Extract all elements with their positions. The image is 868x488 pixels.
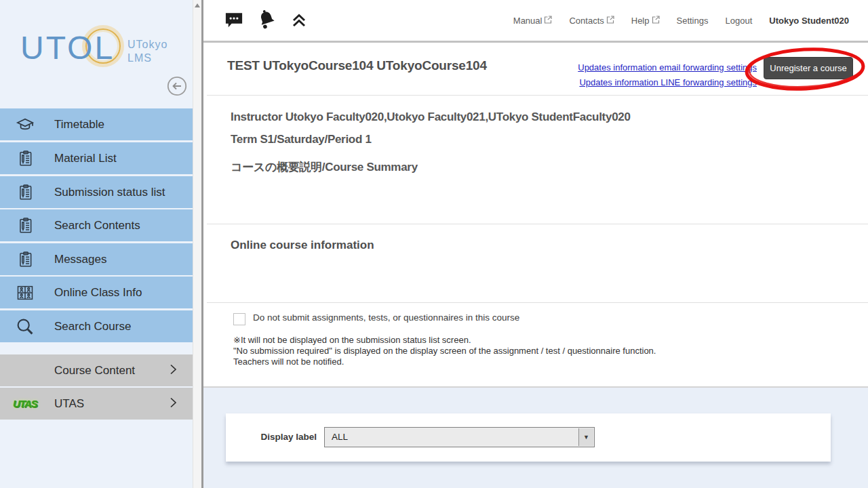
collapse-topbar-double-chevron-up-icon[interactable] — [290, 12, 308, 29]
people-grid-icon — [15, 283, 35, 303]
external-link-icon — [544, 16, 552, 26]
selected-option: ALL — [332, 428, 348, 447]
topbar-links: Manual Contacts Help — [513, 0, 849, 41]
current-user-name: Utokyo Student020 — [769, 16, 849, 26]
sidebar-item-messages[interactable]: Messages — [0, 243, 193, 275]
logo-subtitle-line2: LMS — [127, 52, 167, 65]
do-not-submit-label: Do not submit assignments, tests, or que… — [253, 312, 519, 323]
email-forwarding-settings-link[interactable]: Updates information email forwarding set… — [515, 60, 757, 75]
messages-speech-bubble-icon[interactable] — [224, 12, 244, 30]
line-forwarding-settings-link[interactable]: Updates information LINE forwarding sett… — [515, 75, 757, 90]
sidebar-item-label: Submission status list — [54, 186, 165, 199]
sidebar-item-search-contents[interactable]: Search Contents — [0, 209, 193, 241]
external-link-icon — [652, 16, 660, 26]
chevron-right-icon — [168, 363, 178, 378]
collapse-sidebar-button[interactable] — [167, 76, 187, 96]
help-link[interactable]: Help — [631, 16, 660, 26]
sidebar-item-material-list[interactable]: Material List — [0, 142, 193, 174]
graduation-cap-icon — [15, 115, 35, 135]
section-divider — [207, 224, 868, 224]
logout-link[interactable]: Logout — [725, 16, 752, 26]
sidebar: UTOL UTokyo LMS Timetab — [0, 0, 193, 488]
unregister-course-button[interactable]: Unregister a course — [764, 57, 853, 79]
sidebar-item-course-content[interactable]: Course Content — [0, 354, 193, 386]
sidebar-item-label: Timetable — [54, 118, 104, 131]
course-instructor: Instructor Utokyo Faculty020,Utokyo Facu… — [231, 110, 631, 124]
sidebar-item-label: Online Class Info — [54, 286, 142, 300]
sidebar-item-utas[interactable]: UTAS UTAS — [0, 388, 193, 420]
do-not-submit-notes: ※It will not be displayed on the submiss… — [233, 335, 656, 367]
notifications-bell-icon[interactable] — [255, 8, 279, 33]
do-not-submit-checkbox[interactable] — [233, 313, 245, 325]
external-link-icon — [606, 16, 614, 26]
clipboard-icon — [15, 182, 35, 203]
clipboard-icon — [15, 249, 35, 270]
note-line: "No submission required" is displayed on… — [233, 346, 656, 357]
course-title: TEST UTokyoCourse104 UTokyoCourse104 — [227, 58, 487, 73]
sidebar-item-search-course[interactable]: Search Course — [0, 310, 193, 342]
sidebar-item-label: UTAS — [54, 397, 84, 411]
manual-link[interactable]: Manual — [513, 16, 553, 26]
display-filter-card: Display label ALL ▼ — [226, 413, 831, 462]
logo-subtitle-line1: UTokyo — [127, 38, 167, 52]
course-summary-heading: コースの概要説明/Course Summary — [231, 159, 418, 175]
display-label-caption: Display label — [253, 432, 317, 442]
sidebar-item-label: Course Content — [54, 364, 135, 378]
display-label-select[interactable]: ALL ▼ — [324, 427, 595, 447]
logo-text: UTOL — [20, 30, 115, 66]
main-content: Manual Contacts Help — [203, 0, 868, 488]
sidebar-item-label: Search Contents — [54, 219, 140, 232]
scroll-up-arrow-icon[interactable] — [195, 3, 200, 7]
sidebar-item-label: Search Course — [54, 320, 131, 333]
sidebar-item-label: Material List — [54, 152, 117, 165]
logo-subtitle: UTokyo LMS — [127, 38, 167, 65]
topbar-icons — [224, 0, 308, 41]
note-line: Teachers will not be notified. — [233, 357, 656, 367]
clipboard-icon — [15, 148, 35, 169]
note-line: ※It will not be displayed on the submiss… — [233, 335, 656, 346]
header-divider — [207, 95, 868, 96]
sidebar-item-online-class-info[interactable]: Online Class Info — [0, 277, 193, 308]
search-icon — [15, 317, 35, 337]
utol-logo[interactable]: UTOL UTokyo LMS — [20, 27, 183, 75]
select-dropdown-arrow-icon[interactable]: ▼ — [578, 428, 593, 446]
contacts-link[interactable]: Contacts — [569, 16, 614, 26]
utol-lms-screen: UTOL UTokyo LMS Timetab — [0, 0, 868, 488]
course-term: Term S1/Saturday/Period 1 — [231, 133, 372, 146]
chevron-right-icon — [168, 396, 178, 411]
utas-logo-icon: UTAS — [15, 394, 35, 414]
online-course-info-heading: Online course information — [231, 239, 374, 252]
update-forwarding-links: Updates information email forwarding set… — [515, 60, 757, 90]
back-arrow-icon — [167, 88, 187, 98]
sidebar-scrollbar[interactable] — [193, 0, 201, 488]
section-divider — [207, 302, 868, 303]
sidebar-item-timetable[interactable]: Timetable — [0, 108, 193, 140]
topbar-divider — [203, 41, 868, 43]
settings-link[interactable]: Settings — [677, 16, 709, 26]
sidebar-item-label: Messages — [54, 253, 106, 266]
sidebar-item-submission-status-list[interactable]: Submission status list — [0, 176, 193, 208]
clipboard-icon — [15, 216, 35, 236]
